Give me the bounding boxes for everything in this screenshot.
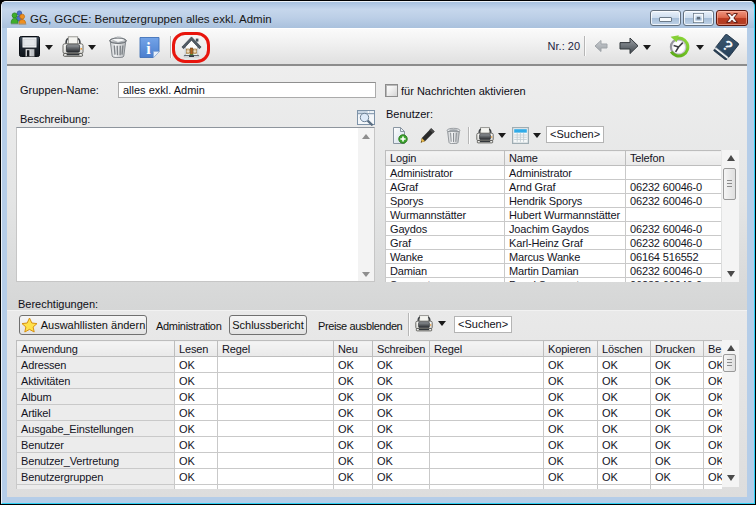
svg-text:i: i — [146, 40, 151, 57]
